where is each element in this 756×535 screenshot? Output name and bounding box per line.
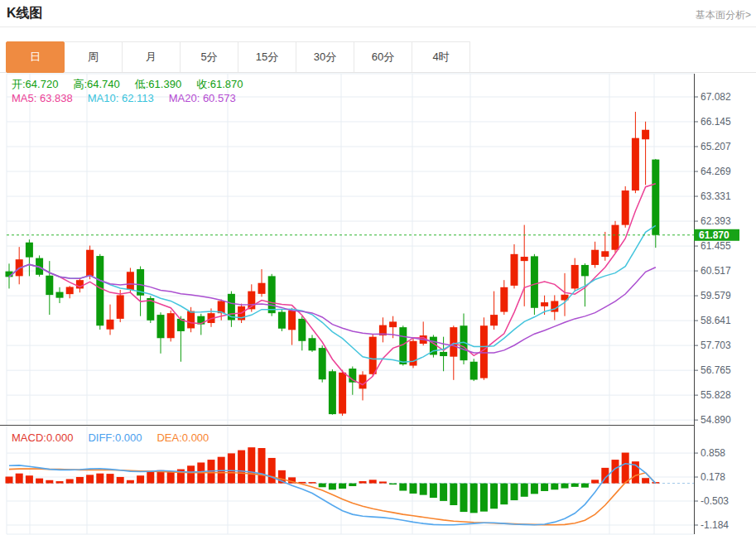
price-axis-labels: 67.08266.14565.20764.26963.33162.39361.4… [694, 91, 731, 531]
macd-bar [127, 480, 134, 484]
macd-bar [268, 458, 276, 484]
macd-bar [319, 484, 326, 488]
candle-up [450, 327, 457, 357]
candle-up [389, 321, 397, 327]
macd-bar [622, 453, 629, 484]
svg-text:59.579: 59.579 [701, 290, 731, 301]
macd-bar [571, 484, 579, 487]
candle-down [319, 348, 326, 379]
svg-text:61.455: 61.455 [701, 240, 731, 252]
macd-bar [561, 484, 569, 489]
candle-up [511, 254, 518, 286]
candle-up [622, 190, 629, 225]
macd-bar [591, 480, 599, 483]
macd-bar [46, 480, 53, 484]
candle-down [278, 312, 286, 329]
svg-text:58.641: 58.641 [701, 315, 731, 326]
candle-up [500, 287, 508, 312]
header-divider [0, 27, 756, 27]
macd-bar [511, 484, 518, 500]
candle-down [46, 276, 53, 295]
candle-down [531, 256, 538, 307]
candle-down [26, 243, 33, 258]
macd-bar [531, 484, 538, 494]
ma20-line [9, 264, 656, 353]
candle-down [470, 362, 478, 380]
ma5-line [9, 184, 656, 385]
candle-up [127, 272, 134, 290]
tab-15min[interactable]: 15分 [238, 41, 296, 73]
macd-bar [107, 474, 114, 483]
macd-bar [420, 484, 427, 495]
candle-up [339, 373, 346, 414]
tab-30min[interactable]: 30分 [296, 41, 354, 73]
macd-bar [36, 479, 43, 484]
macd-bar [76, 477, 84, 484]
tab-4hour[interactable]: 4时 [412, 41, 470, 73]
gridlines [7, 74, 694, 534]
macd-bar [349, 484, 356, 486]
macd-bar [369, 480, 377, 483]
candle-up [369, 337, 377, 374]
svg-text:66.145: 66.145 [701, 116, 731, 128]
candle-up [541, 302, 548, 306]
svg-text:57.703: 57.703 [701, 340, 731, 351]
macd-histogram [6, 447, 660, 513]
macd-bar [470, 484, 478, 513]
svg-text:0.178: 0.178 [701, 471, 725, 483]
macd-bar [309, 482, 316, 484]
candle-up [288, 311, 296, 330]
tab-60min[interactable]: 60分 [354, 41, 412, 73]
svg-text:64.269: 64.269 [701, 166, 731, 177]
page-title: K线图 [7, 5, 43, 22]
tab-day[interactable]: 日 [6, 41, 65, 73]
period-tabbar: 日 周 月 5分 15分 30分 60分 4时 [7, 41, 470, 73]
macd-bar [117, 477, 124, 484]
candle-up [258, 283, 266, 294]
candle-up [490, 315, 498, 325]
macd-bar [86, 475, 94, 483]
candle-up [591, 250, 599, 265]
svg-text:67.082: 67.082 [701, 91, 731, 103]
macd-bar [440, 484, 447, 501]
macd-bar [521, 484, 528, 497]
macd-bar [187, 465, 195, 483]
tab-5min[interactable]: 5分 [180, 41, 238, 73]
svg-text:61.870: 61.870 [699, 229, 730, 241]
candle-up [612, 225, 619, 250]
svg-text:-1.184: -1.184 [701, 519, 729, 531]
macd-bar [56, 481, 64, 484]
macd-bar [480, 484, 488, 512]
macd-bar [541, 484, 548, 491]
candle-down [157, 315, 165, 338]
current-price-tag: 61.870 [694, 229, 739, 241]
fundamental-analysis-link[interactable]: 基本面分析> [696, 8, 751, 22]
macd-bar [6, 477, 13, 484]
macd-bar [66, 479, 74, 483]
macd-bar [228, 453, 235, 483]
candle-up [66, 287, 74, 295]
candle-down [440, 352, 447, 356]
macd-bar [339, 484, 346, 489]
macd-bar [430, 484, 437, 498]
macd-bar [137, 475, 144, 483]
macd-bar [460, 484, 468, 512]
kline-chart[interactable]: 67.08266.14565.20764.26963.33162.39361.4… [0, 73, 756, 535]
candle-down [581, 265, 589, 276]
svg-text:0.858: 0.858 [701, 447, 725, 459]
tab-month[interactable]: 月 [122, 41, 181, 73]
svg-text:56.765: 56.765 [701, 364, 731, 376]
candle-down [96, 256, 104, 325]
candle-down [56, 292, 64, 298]
macd-bar [248, 447, 255, 483]
tab-week[interactable]: 周 [64, 41, 123, 73]
svg-text:62.393: 62.393 [701, 215, 731, 227]
macd-bar [238, 451, 245, 484]
svg-text:-0.503: -0.503 [701, 495, 729, 507]
macd-bar [399, 484, 407, 491]
candle-down [298, 319, 306, 341]
macd-bar [490, 484, 498, 509]
macd-bar [359, 481, 367, 484]
macd-bar [147, 471, 154, 484]
macd-bar [16, 474, 23, 484]
